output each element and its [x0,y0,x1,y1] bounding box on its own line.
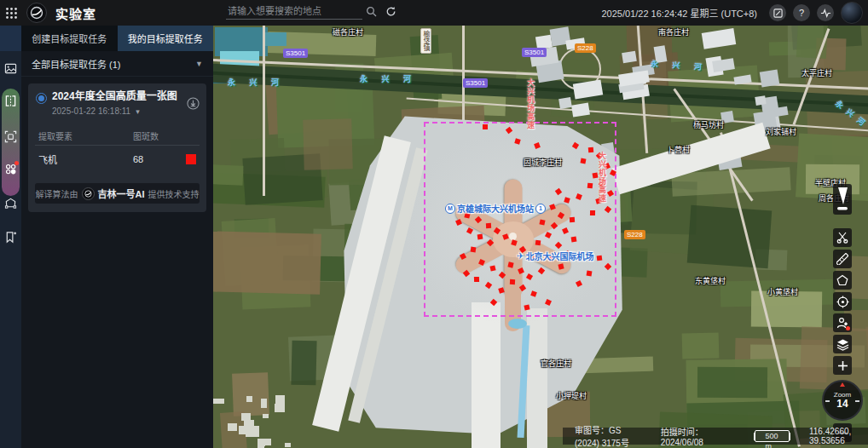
user-avatar[interactable] [841,2,863,24]
road-number-badge: S3501 [283,49,308,58]
credit-suffix: 提供技术支持 [148,187,200,200]
map-toolbar: Zoom14 [832,184,853,442]
search-input[interactable] [226,3,362,20]
polygon-draw-icon[interactable] [3,196,18,210]
extract-frame-icon[interactable] [3,129,18,144]
airplane-detection-box [524,304,529,310]
map-label-expressway: 大兴机场高速 [525,78,536,129]
road-number-badge: S228 [575,43,596,53]
map-label-village: 东黄垡村 [695,275,726,286]
airplane-detection-box [570,217,575,222]
annotate-person-tool[interactable] [833,313,852,332]
north-indicator [840,382,845,387]
search-icon[interactable] [366,6,377,17]
color-swatch [186,154,196,164]
draw-polygon-tool[interactable] [833,271,852,290]
ai-apps-icon[interactable] [3,162,18,176]
metro-icon: M [445,204,455,214]
road-number-badge: S228 [624,230,645,239]
road-number-badge: S3501 [522,48,547,57]
map-label-river: 永 兴 河 [360,73,417,84]
table-row[interactable]: 飞机 68 [35,149,200,169]
map-label-village: 卜营村 [667,144,690,155]
result-table: 提取要素 图斑数 飞机 68 [35,126,200,169]
map-label-village: 太平庄村 [801,67,832,78]
airplane-detection-box [571,237,577,243]
tab-create-task[interactable]: 创建目标提取任务 [21,26,118,51]
note-icon[interactable] [769,4,786,21]
zoom-in-button[interactable] [833,356,852,375]
road-number-badge: S3501 [463,78,488,88]
measure-tool[interactable] [833,250,852,268]
map-label-village: 杨马坊村 [693,119,724,130]
cursor-coordinates: 116.42660, 39.53656 [809,427,861,445]
datetime-display: 2025/01/22 16:24:42 星期三 (UTC+8) [601,6,757,20]
map-label-village: 小黄垡村 [767,286,798,297]
map-canvas[interactable]: 磁各庄村南各庄村太平庄村杨马坊村刘家铺村卜营村半壁店村周各庄村固城李庄村东黄垡村… [213,26,868,448]
layers-tool[interactable] [833,335,852,353]
map-label-village: 官各庄村 [541,358,571,369]
poi-rail-station: M京雄城际大兴机场站1 [445,202,546,215]
airplane-detection-box [483,124,488,129]
locate-tool[interactable] [833,292,852,311]
airplane-detection-box [590,210,595,215]
chevron-down-icon: ▼ [195,60,203,68]
jilin1-logo-icon [82,187,95,200]
rail-top-cap [0,26,21,51]
map-label-town-sign: 榆垡镇 [420,28,431,54]
apps-grid-icon[interactable] [5,7,18,20]
task-radio[interactable] [36,93,47,104]
app-logo [26,3,47,23]
map-license: 审图号：GS (2024) 3175号 [575,423,642,448]
swipe-wedge-tool[interactable] [833,184,852,215]
bookmark-icon[interactable] [3,230,18,244]
notification-dot [846,326,850,330]
left-icon-rail [0,26,21,448]
task-card[interactable]: 2024年度全国高质量一张图 2025-01-22 16:18:11▾ 提取要素… [28,83,206,212]
task-tabs: 创建目标提取任务 我的目标提取任务 [21,26,213,51]
airplane-detection-box [587,271,593,277]
table-header-element: 提取要素 [38,129,133,142]
airplane-detection-box [486,223,491,228]
map-label-river: 永 兴 河 [228,77,285,88]
element-name: 飞机 [38,152,133,166]
top-bar: 实验室 2025/01/22 16:24:42 星期三 (UTC+8) ? [0,0,868,26]
help-icon[interactable]: ? [793,4,810,21]
algorithm-credit: 解译算法由 吉林一号AI 提供技术支持 [35,183,200,204]
map-label-river: 永 兴 河 [651,58,709,73]
capture-date: 拍摄时间：2024/06/08 [661,425,716,447]
reset-search-icon[interactable] [385,6,396,17]
map-label-village: 小押堤村 [556,390,587,401]
airplane-icon: ✈ [517,251,524,261]
map-label-village: 南各庄村 [658,26,689,37]
notification-dot [14,161,19,165]
activity-icon[interactable] [817,4,834,21]
download-icon[interactable] [187,97,200,110]
map-label-expressway: 大兴机场高速 [597,152,608,203]
airplane-detection-box [580,158,586,164]
scale-bar: 500 m [754,430,790,442]
brand-name[interactable]: 吉林一号AI [98,187,145,200]
task-filter-dropdown[interactable]: 全部目标提取任务 (1) ▼ [21,51,213,77]
task-timestamp[interactable]: 2025-01-22 16:18:11▾ [52,106,187,116]
clip-tool[interactable] [833,228,852,247]
airplane-detection-box [587,183,593,189]
swipe-compare-icon[interactable] [3,94,18,108]
poi-airport: ✈北京大兴国际机场 [517,250,593,262]
airplane-detection-box [539,219,545,225]
task-panel: 创建目标提取任务 我的目标提取任务 全部目标提取任务 (1) ▼ 2024年度全… [21,26,213,448]
zoom-dial[interactable]: Zoom14 [822,380,863,421]
tab-my-tasks[interactable]: 我的目标提取任务 [118,26,214,51]
gallery-icon[interactable] [3,61,18,76]
element-count: 68 [133,154,182,164]
airplane-detection-box [477,234,483,240]
map-label-village: 磁各庄村 [333,26,363,37]
page-title: 实验室 [55,4,96,22]
zoom-level-value: 14 [836,399,848,410]
line-number-icon: 1 [535,204,546,214]
search-bar [226,3,396,20]
airplane-detection-box [535,240,541,246]
credit-prefix: 解译算法由 [36,187,78,200]
airplane-detection-box [588,147,594,153]
map-status-bar: 审图号：GS (2024) 3175号 拍摄时间：2024/06/08 500 … [563,428,868,445]
